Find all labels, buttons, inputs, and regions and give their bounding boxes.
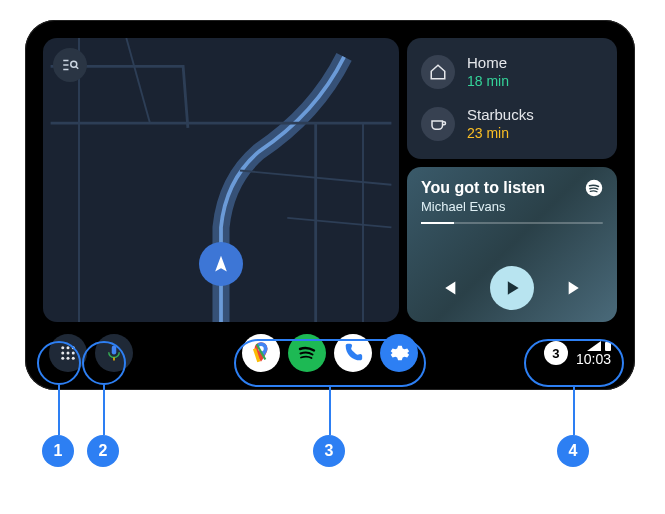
svg-rect-19 <box>607 341 609 342</box>
callout-line <box>329 387 331 435</box>
svg-rect-18 <box>605 342 611 351</box>
svg-point-14 <box>72 357 75 360</box>
play-icon <box>502 278 522 298</box>
device-frame: Home 18 min Starbucks 23 min <box>25 20 635 390</box>
next-track-button[interactable] <box>565 277 587 299</box>
settings-app-button[interactable] <box>380 334 418 372</box>
clock: 10:03 <box>576 352 611 366</box>
previous-track-button[interactable] <box>437 277 459 299</box>
svg-line-4 <box>76 67 78 69</box>
spotify-app-button[interactable] <box>288 334 326 372</box>
destinations-card: Home 18 min Starbucks 23 min <box>407 38 617 159</box>
current-location-marker <box>199 242 243 286</box>
status-cluster[interactable]: 3 10:03 <box>544 341 611 366</box>
nav-bar: 3 10:03 <box>37 328 623 378</box>
media-artist: Michael Evans <box>421 199 545 214</box>
destination-home[interactable]: Home 18 min <box>411 46 613 98</box>
callout-line <box>58 385 60 435</box>
destination-time: 23 min <box>467 125 534 143</box>
phone-icon <box>342 342 364 364</box>
app-launcher-button[interactable] <box>49 334 87 372</box>
play-button[interactable] <box>490 266 534 310</box>
svg-point-12 <box>61 357 64 360</box>
svg-point-10 <box>67 352 70 355</box>
home-icon <box>421 55 455 89</box>
destination-name: Starbucks <box>467 106 534 125</box>
destination-time: 18 min <box>467 73 509 91</box>
battery-icon <box>605 341 611 351</box>
side-panel: Home 18 min Starbucks 23 min <box>407 38 617 322</box>
callout-badge-2: 2 <box>87 435 119 467</box>
maps-app-button[interactable] <box>242 334 280 372</box>
svg-point-9 <box>61 352 64 355</box>
cellular-signal-icon <box>587 341 601 351</box>
voice-assistant-button[interactable] <box>95 334 133 372</box>
svg-point-13 <box>67 357 70 360</box>
navigation-arrow-icon <box>211 254 231 274</box>
map-panel[interactable] <box>43 38 399 322</box>
callout-badge-3: 3 <box>313 435 345 467</box>
notification-count[interactable]: 3 <box>544 341 568 365</box>
gear-icon <box>388 342 410 364</box>
media-track-title: You got to listen <box>421 179 545 197</box>
spotify-icon <box>295 341 319 365</box>
microphone-icon <box>105 344 123 362</box>
svg-point-8 <box>72 346 75 349</box>
svg-point-6 <box>61 346 64 349</box>
media-progress[interactable] <box>421 222 603 224</box>
media-card[interactable]: You got to listen Michael Evans <box>407 167 617 323</box>
grid-icon <box>59 344 77 362</box>
svg-point-3 <box>71 61 77 67</box>
screen: Home 18 min Starbucks 23 min <box>37 32 623 378</box>
content-area: Home 18 min Starbucks 23 min <box>37 32 623 328</box>
coffee-icon <box>421 107 455 141</box>
callout-badge-4: 4 <box>557 435 589 467</box>
destination-name: Home <box>467 54 509 73</box>
callout-line <box>573 387 575 435</box>
map-search-button[interactable] <box>53 48 87 82</box>
phone-app-button[interactable] <box>334 334 372 372</box>
google-maps-icon <box>248 340 274 366</box>
search-list-icon <box>61 56 79 74</box>
svg-point-7 <box>67 346 70 349</box>
destination-starbucks[interactable]: Starbucks 23 min <box>411 98 613 150</box>
spotify-icon <box>585 179 603 197</box>
svg-rect-15 <box>112 346 117 355</box>
app-dock <box>242 334 418 372</box>
svg-point-11 <box>72 352 75 355</box>
callout-badge-1: 1 <box>42 435 74 467</box>
callout-line <box>103 385 105 435</box>
